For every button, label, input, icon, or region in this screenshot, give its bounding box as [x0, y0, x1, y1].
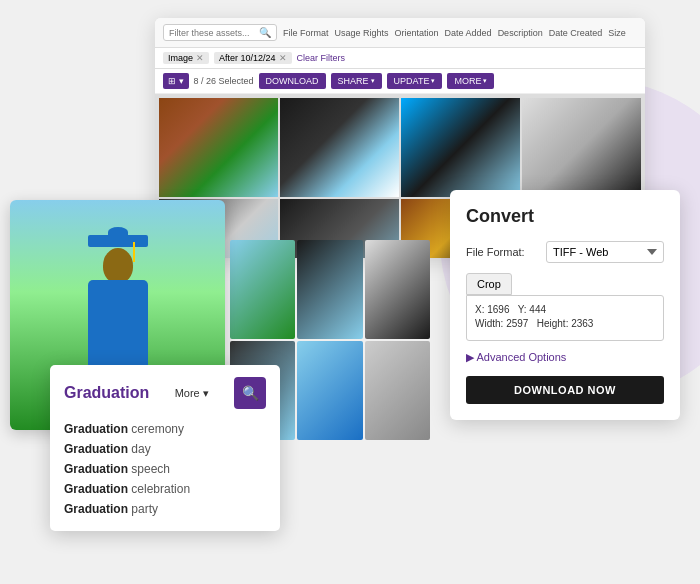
- advanced-options-toggle[interactable]: ▶ Advanced Options: [466, 351, 664, 364]
- dam-toolbar: 🔍 File Format Usage Rights Orientation D…: [155, 18, 645, 48]
- image-filter-tag[interactable]: Image ✕: [163, 52, 209, 64]
- item-bold-graduation-5: Graduation: [64, 502, 128, 516]
- small-photo-2[interactable]: [297, 240, 362, 339]
- size-filter[interactable]: Size: [608, 28, 626, 38]
- autocomplete-item-celebration[interactable]: Graduation celebration: [64, 479, 266, 499]
- share-arrow-icon: ▾: [371, 77, 375, 85]
- small-photo-5[interactable]: [297, 341, 362, 440]
- autocomplete-header: Graduation More ▾ 🔍: [64, 377, 266, 409]
- thumb-handshake[interactable]: [522, 98, 641, 197]
- thumb-caps1[interactable]: [280, 98, 399, 197]
- crop-xy: X: 1696 Y: 444: [475, 304, 655, 315]
- small-photo-1[interactable]: [230, 240, 295, 339]
- small-photo-6[interactable]: [365, 341, 430, 440]
- item-rest-ceremony: ceremony: [128, 422, 184, 436]
- item-bold-graduation-3: Graduation: [64, 462, 128, 476]
- download-now-button[interactable]: DOWNLOAD NOW: [466, 376, 664, 404]
- search-icon: 🔍: [242, 385, 259, 401]
- crop-height-value: 2363: [571, 318, 593, 329]
- item-bold-graduation: Graduation: [64, 422, 128, 436]
- search-box[interactable]: 🔍: [163, 24, 277, 41]
- clear-filters-link[interactable]: Clear Filters: [297, 53, 346, 63]
- chevron-down-icon: ▾: [203, 387, 209, 400]
- date-tag-label: After 10/12/24: [219, 53, 276, 63]
- image-tag-remove[interactable]: ✕: [196, 53, 204, 63]
- more-arrow-icon: ▾: [483, 77, 487, 85]
- more-label: More: [175, 387, 200, 399]
- crop-y-label: Y:: [518, 304, 527, 315]
- image-tag-label: Image: [168, 53, 193, 63]
- action-bar: ⊞ ▾ 8 / 26 Selected DOWNLOAD SHARE ▾ UPD…: [155, 69, 645, 94]
- autocomplete-item-party[interactable]: Graduation party: [64, 499, 266, 519]
- item-bold-graduation-2: Graduation: [64, 442, 128, 456]
- crop-y-value: 444: [529, 304, 546, 315]
- crop-height-label: Height:: [537, 318, 569, 329]
- file-format-filter[interactable]: File Format: [283, 28, 329, 38]
- search-icon: 🔍: [259, 27, 271, 38]
- item-rest-celebration: celebration: [128, 482, 190, 496]
- date-filter-tag[interactable]: After 10/12/24 ✕: [214, 52, 292, 64]
- download-button[interactable]: DOWNLOAD: [259, 73, 326, 89]
- crop-wh: Width: 2597 Height: 2363: [475, 318, 655, 329]
- crop-box: X: 1696 Y: 444 Width: 2597 Height: 2363: [466, 295, 664, 341]
- autocomplete-item-speech[interactable]: Graduation speech: [64, 459, 266, 479]
- graduate-head: [103, 248, 133, 283]
- file-format-row: File Format: TIFF - Web: [466, 241, 664, 263]
- convert-panel: Convert File Format: TIFF - Web Crop X: …: [450, 190, 680, 420]
- search-submit-button[interactable]: 🔍: [234, 377, 266, 409]
- crop-x-value: 1696: [487, 304, 509, 315]
- autocomplete-item-ceremony[interactable]: Graduation ceremony: [64, 419, 266, 439]
- orientation-filter[interactable]: Orientation: [395, 28, 439, 38]
- crop-width-value: 2597: [506, 318, 528, 329]
- description-filter[interactable]: Description: [498, 28, 543, 38]
- thumb-group[interactable]: [401, 98, 520, 197]
- selected-count: 8 / 26 Selected: [194, 76, 254, 86]
- graduation-tassel: [133, 242, 135, 262]
- autocomplete-query-title: Graduation: [64, 384, 149, 402]
- convert-title: Convert: [466, 206, 664, 227]
- item-rest-party: party: [128, 502, 158, 516]
- usage-rights-filter[interactable]: Usage Rights: [335, 28, 389, 38]
- graduation-cap: [88, 235, 148, 247]
- date-added-filter[interactable]: Date Added: [445, 28, 492, 38]
- autocomplete-dropdown: Graduation More ▾ 🔍 Graduation ceremony …: [50, 365, 280, 531]
- item-rest-day: day: [128, 442, 151, 456]
- crop-x-label: X:: [475, 304, 484, 315]
- grid-view-button[interactable]: ⊞ ▾: [163, 73, 189, 89]
- small-photo-3[interactable]: [365, 240, 430, 339]
- file-format-label: File Format:: [466, 246, 538, 258]
- share-button[interactable]: SHARE ▾: [331, 73, 382, 89]
- update-button[interactable]: UPDATE ▾: [387, 73, 443, 89]
- date-tag-remove[interactable]: ✕: [279, 53, 287, 63]
- date-created-filter[interactable]: Date Created: [549, 28, 603, 38]
- item-bold-graduation-4: Graduation: [64, 482, 128, 496]
- crop-width-label: Width:: [475, 318, 503, 329]
- filter-bar: Image ✕ After 10/12/24 ✕ Clear Filters: [155, 48, 645, 69]
- item-rest-speech: speech: [128, 462, 170, 476]
- autocomplete-list: Graduation ceremony Graduation day Gradu…: [64, 419, 266, 519]
- crop-tab[interactable]: Crop: [466, 273, 512, 295]
- update-arrow-icon: ▾: [431, 77, 435, 85]
- more-button[interactable]: More ▾: [175, 387, 209, 400]
- search-input[interactable]: [169, 28, 259, 38]
- thumb-building[interactable]: [159, 98, 278, 197]
- more-button[interactable]: MORE ▾: [447, 73, 494, 89]
- file-format-select[interactable]: TIFF - Web: [546, 241, 664, 263]
- autocomplete-item-day[interactable]: Graduation day: [64, 439, 266, 459]
